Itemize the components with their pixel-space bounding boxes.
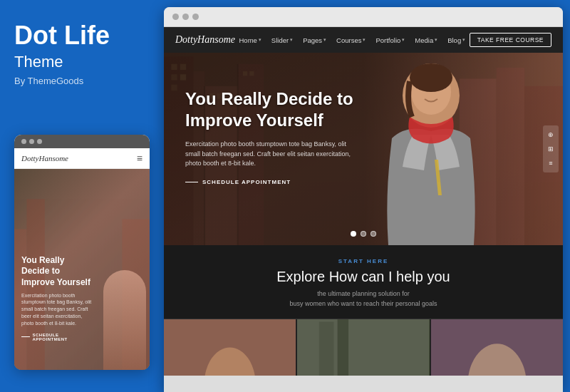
take-free-course-button[interactable]: TAKE FREE COURSE bbox=[470, 33, 551, 47]
browser-dot-yellow bbox=[182, 14, 189, 20]
mobile-cta-line bbox=[21, 336, 30, 337]
svg-point-32 bbox=[410, 63, 452, 92]
browser-dot-red bbox=[172, 14, 179, 20]
mobile-cta[interactable]: SCHEDULE APPOINTMENT bbox=[21, 333, 93, 341]
bottom-card-2[interactable] bbox=[297, 319, 430, 376]
bottom-image-row bbox=[164, 319, 563, 376]
start-here-label: START HERE bbox=[185, 258, 542, 264]
desktop-nav: DottyHansome Home ▾ Slider ▾ Pages ▾ Cou… bbox=[164, 27, 563, 53]
mobile-hero-content: You Really Decide to Improve Yourself Ex… bbox=[21, 255, 93, 341]
desktop-hero-dots bbox=[351, 231, 376, 237]
below-hero-section: START HERE Explore How can I help you th… bbox=[164, 245, 563, 319]
desktop-hero-desc: Exercitation photo booth stumptown tote … bbox=[185, 140, 356, 169]
svg-rect-37 bbox=[338, 319, 348, 376]
desktop-nav-links: Home ▾ Slider ▾ Pages ▾ Courses ▾ Portfo… bbox=[239, 36, 465, 44]
desktop-hero: You Really Decide to Improve Yourself Ex… bbox=[164, 53, 563, 245]
desktop-content: DottyHansome Home ▾ Slider ▾ Pages ▾ Cou… bbox=[164, 27, 563, 392]
browser-dot-green bbox=[192, 14, 199, 20]
svg-rect-36 bbox=[319, 321, 334, 376]
nav-link-media[interactable]: Media ▾ bbox=[415, 36, 437, 44]
theme-subtitle: Theme bbox=[14, 53, 150, 71]
hero-dot-1[interactable] bbox=[351, 231, 356, 237]
bottom-card-1[interactable] bbox=[164, 319, 297, 376]
svg-rect-35 bbox=[297, 319, 429, 376]
explore-title: Explore How can I help you bbox=[185, 269, 542, 285]
right-panel: DottyHansome Home ▾ Slider ▾ Pages ▾ Cou… bbox=[164, 7, 563, 392]
right-sidebar-icons: ⊕ ⊞ ≡ bbox=[543, 125, 559, 172]
left-panel: Dot Life Theme By ThemeGoods DottyHansom… bbox=[0, 0, 164, 392]
mobile-preview: DottyHansome ≡ bbox=[14, 135, 150, 370]
mobile-cta-text: SCHEDULE APPOINTMENT bbox=[33, 333, 93, 341]
hamburger-icon[interactable]: ≡ bbox=[137, 153, 142, 164]
desktop-nav-logo: DottyHansome bbox=[175, 34, 235, 46]
desktop-hero-cta[interactable]: SCHEDULE APPOINTMENT bbox=[185, 179, 399, 185]
hero-dot-2[interactable] bbox=[361, 231, 366, 237]
theme-by: By ThemeGoods bbox=[14, 76, 150, 86]
nav-link-blog[interactable]: Blog ▾ bbox=[447, 36, 465, 44]
hero-dot-3[interactable] bbox=[370, 231, 376, 237]
nav-link-portfolio[interactable]: Portfolio ▾ bbox=[375, 36, 405, 44]
cta-line-decorator bbox=[185, 182, 198, 182]
mobile-hero: You Really Decide to Improve Yourself Ex… bbox=[14, 169, 150, 370]
share-icon[interactable]: ⊕ bbox=[546, 130, 556, 140]
mobile-logo: DottyHansome bbox=[21, 154, 68, 163]
nav-link-courses[interactable]: Courses ▾ bbox=[336, 36, 366, 44]
explore-subtitle-line2: busy women who want to reach their perso… bbox=[185, 299, 542, 309]
desktop-hero-title: You Really Decide to Improve Yourself bbox=[185, 88, 399, 131]
mobile-dot-yellow bbox=[29, 139, 34, 144]
bottom-card-3[interactable] bbox=[431, 319, 563, 376]
nav-link-slider[interactable]: Slider ▾ bbox=[271, 36, 293, 44]
desktop-hero-content: You Really Decide to Improve Yourself Ex… bbox=[185, 88, 399, 185]
desktop-cta-label: SCHEDULE APPOINTMENT bbox=[202, 179, 291, 185]
mobile-hero-title: You Really Decide to Improve Yourself bbox=[21, 255, 93, 289]
nav-link-home[interactable]: Home ▾ bbox=[239, 36, 261, 44]
browser-bar bbox=[164, 7, 563, 27]
mobile-browser-bar bbox=[14, 135, 150, 148]
mobile-dot-green bbox=[37, 139, 42, 144]
menu-icon[interactable]: ≡ bbox=[546, 158, 556, 168]
mobile-hero-desc: Exercitation photo booth stumptown tote … bbox=[21, 292, 93, 327]
mobile-dot-red bbox=[21, 139, 26, 144]
theme-title: Dot Life bbox=[14, 21, 150, 50]
mobile-nav: DottyHansome ≡ bbox=[14, 148, 150, 169]
grid-icon[interactable]: ⊞ bbox=[546, 144, 556, 154]
explore-subtitle-line1: the ultimate planning solution for bbox=[185, 289, 542, 299]
mobile-person-silhouette bbox=[103, 270, 146, 370]
nav-link-pages[interactable]: Pages ▾ bbox=[303, 36, 326, 44]
